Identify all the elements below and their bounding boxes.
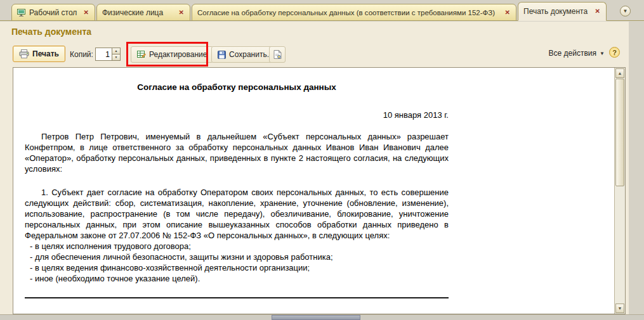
tab-desktop[interactable]: Рабочий стол ✕ xyxy=(11,4,95,21)
horizontal-scroll-thumb[interactable] xyxy=(272,315,360,320)
toolbar: Печать Копий: ▲ ▼ Редактирование xyxy=(0,43,644,67)
spin-down-button[interactable]: ▼ xyxy=(112,54,121,61)
document-list-item: - иное (необходимо точное указание целей… xyxy=(25,273,449,284)
tab-close-icon[interactable]: ✕ xyxy=(595,8,601,15)
form-area: Печать документа Печать Копий: ▲ ▼ xyxy=(0,22,644,320)
document-paragraph: Петров Петр Петрович, именуемый в дальне… xyxy=(25,131,449,174)
help-button[interactable]: ? xyxy=(609,47,620,58)
document-preview-pane: Согласие на обработку персональных данны… xyxy=(13,67,626,314)
edit-table-icon xyxy=(137,50,146,59)
tab-overflow-button[interactable]: ▼ xyxy=(620,6,631,16)
horizontal-scrollbar[interactable] xyxy=(0,314,644,320)
spin-up-button[interactable]: ▲ xyxy=(112,48,121,54)
tab-close-icon[interactable]: ✕ xyxy=(83,10,89,16)
chevron-down-icon: ▼ xyxy=(600,51,605,56)
document-preview-button[interactable] xyxy=(269,46,286,63)
vertical-scroll-thumb[interactable] xyxy=(615,79,624,186)
document-list-item: - в целях ведения финансово-хозяйственно… xyxy=(25,262,449,273)
copies-input[interactable] xyxy=(95,48,112,61)
page-title: Печать документа xyxy=(11,27,91,37)
copies-stepper: ▲ ▼ xyxy=(95,48,121,61)
document-title: Согласие на обработку персональных данны… xyxy=(25,82,449,93)
all-actions-label: Все действия xyxy=(549,49,596,58)
document-list-item: - в целях исполнения трудового договора; xyxy=(25,241,449,252)
tab-label: Печать документа xyxy=(523,7,591,16)
help-icon: ? xyxy=(612,49,617,56)
tab-consent-form[interactable]: Согласие на обработку персональных данны… xyxy=(192,4,516,21)
document-list-item: - для обеспечения личной безопасности, з… xyxy=(25,252,449,262)
tab-individuals[interactable]: Физические лица ✕ xyxy=(96,4,190,21)
edit-button[interactable]: Редактирование xyxy=(131,46,213,63)
document-paragraph: 1. Субъект дает согласие на обработку Оп… xyxy=(25,187,449,241)
tab-close-icon[interactable]: ✕ xyxy=(504,10,511,16)
chevron-down-icon: ▼ xyxy=(623,8,628,14)
tab-print-document[interactable]: Печать документа ✕ xyxy=(518,2,607,21)
copies-label: Копий: xyxy=(70,50,93,59)
printer-icon xyxy=(19,49,29,58)
tab-label: Физические лица xyxy=(102,8,174,17)
print-label: Печать xyxy=(32,49,59,58)
document-divider xyxy=(25,297,449,298)
desktop-icon xyxy=(17,9,25,16)
tab-label: Согласие на обработку персональных данны… xyxy=(197,9,501,16)
all-actions-button[interactable]: Все действия ▼ xyxy=(549,49,605,58)
document-date: 10 января 2013 г. xyxy=(25,110,449,120)
document-page: Согласие на обработку персональных данны… xyxy=(25,68,449,298)
save-label: Сохранить... xyxy=(229,50,273,59)
tab-label: Рабочий стол xyxy=(29,8,79,17)
scroll-down-button[interactable]: ▼ xyxy=(615,304,624,313)
tab-bar: Рабочий стол ✕ Физические лица ✕ Согласи… xyxy=(0,0,644,21)
document-sheet-icon xyxy=(273,50,282,59)
print-button[interactable]: Печать xyxy=(13,46,65,62)
scroll-up-button[interactable]: ▲ xyxy=(615,68,624,78)
edit-label: Редактирование xyxy=(149,50,207,59)
save-floppy-icon xyxy=(218,51,226,59)
tab-close-icon[interactable]: ✕ xyxy=(178,10,185,16)
app-window: Рабочий стол ✕ Физические лица ✕ Согласи… xyxy=(0,0,644,320)
vertical-scrollbar[interactable]: ▲ ▼ xyxy=(614,68,625,314)
